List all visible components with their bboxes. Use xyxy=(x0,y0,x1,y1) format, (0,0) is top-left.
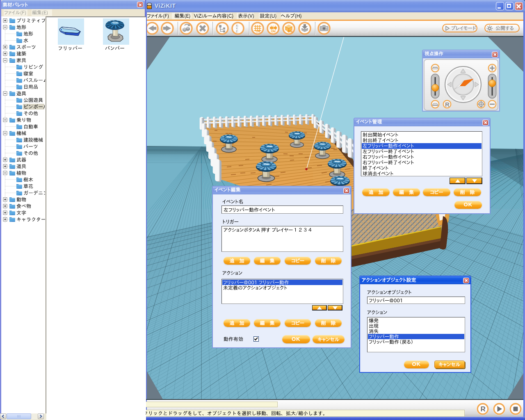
svg-text:X:: X: xyxy=(236,24,239,27)
svg-text:ON: ON xyxy=(288,30,292,33)
svg-text:Y:: Y: xyxy=(236,27,238,30)
svg-text:R: R xyxy=(445,101,450,108)
svg-text:R: R xyxy=(481,405,486,413)
svg-text:ON: ON xyxy=(256,30,260,33)
svg-text:ON: ON xyxy=(271,30,276,33)
svg-text:Z:: Z: xyxy=(236,30,238,33)
